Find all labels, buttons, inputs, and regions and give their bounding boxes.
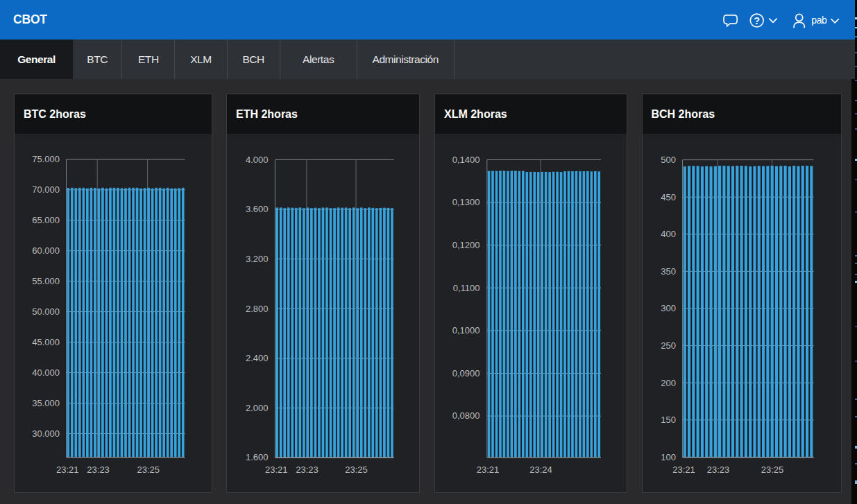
svg-text:45.000: 45.000 xyxy=(32,337,60,347)
svg-text:3.600: 3.600 xyxy=(246,204,269,214)
svg-text:55.000: 55.000 xyxy=(32,276,60,286)
svg-text:70.000: 70.000 xyxy=(32,184,60,195)
svg-text:250: 250 xyxy=(661,340,676,351)
svg-text:23:21: 23:21 xyxy=(477,464,500,475)
svg-text:0,1100: 0,1100 xyxy=(453,283,480,293)
svg-text:200: 200 xyxy=(661,378,676,388)
svg-text:23:23: 23:23 xyxy=(707,464,730,475)
svg-text:0,1400: 0,1400 xyxy=(452,155,480,165)
svg-text:4.000: 4.000 xyxy=(246,155,269,165)
svg-text:0,0800: 0,0800 xyxy=(452,410,480,421)
svg-text:40.000: 40.000 xyxy=(32,367,60,378)
svg-text:23:25: 23:25 xyxy=(137,464,160,475)
svg-text:50.000: 50.000 xyxy=(32,306,60,317)
svg-text:23:25: 23:25 xyxy=(761,464,784,475)
svg-text:35.000: 35.000 xyxy=(32,398,60,408)
svg-text:2.800: 2.800 xyxy=(246,304,269,314)
svg-text:0,1200: 0,1200 xyxy=(452,240,480,250)
svg-text:450: 450 xyxy=(661,192,676,202)
svg-text:60.000: 60.000 xyxy=(32,245,60,256)
svg-text:75.000: 75.000 xyxy=(32,154,60,164)
svg-text:1.600: 1.600 xyxy=(246,452,269,462)
svg-text:300: 300 xyxy=(661,303,676,313)
svg-text:65.000: 65.000 xyxy=(32,215,60,225)
svg-text:23:21: 23:21 xyxy=(56,464,79,475)
svg-text:100: 100 xyxy=(661,452,676,462)
svg-text:23:21: 23:21 xyxy=(672,464,695,475)
svg-text:30.000: 30.000 xyxy=(32,428,60,439)
svg-text:2.400: 2.400 xyxy=(246,353,269,363)
svg-text:23:23: 23:23 xyxy=(296,464,319,475)
svg-text:0,0900: 0,0900 xyxy=(452,368,480,379)
svg-text:3.200: 3.200 xyxy=(246,254,269,264)
svg-text:0,1000: 0,1000 xyxy=(452,325,480,336)
svg-text:400: 400 xyxy=(661,229,676,239)
svg-text:23:25: 23:25 xyxy=(345,464,368,475)
svg-text:2.000: 2.000 xyxy=(246,403,269,413)
svg-text:0,1300: 0,1300 xyxy=(452,197,480,207)
svg-text:150: 150 xyxy=(661,415,676,425)
svg-text:23:23: 23:23 xyxy=(87,464,110,475)
svg-text:23:21: 23:21 xyxy=(265,464,288,475)
svg-text:350: 350 xyxy=(661,266,676,277)
svg-text:23:24: 23:24 xyxy=(529,464,552,475)
svg-text:500: 500 xyxy=(661,155,676,165)
